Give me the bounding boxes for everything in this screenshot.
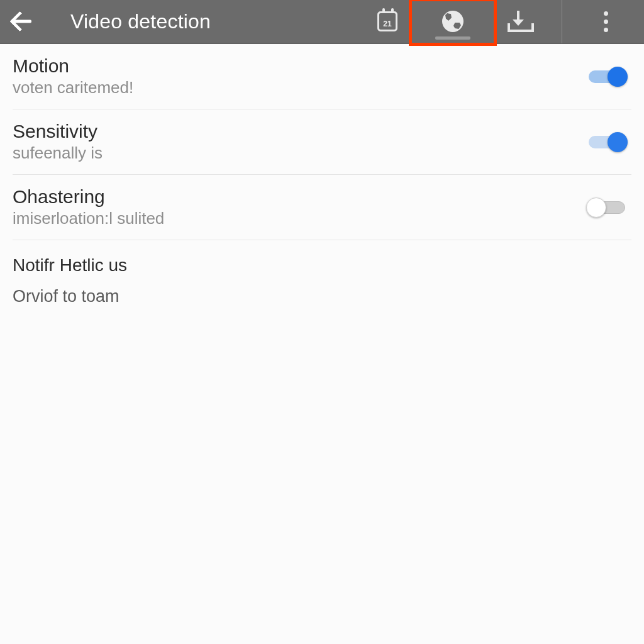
download-button[interactable] — [496, 0, 540, 43]
page-title: Video detection — [70, 10, 211, 33]
row-motion[interactable]: Motion voten caritemed! — [13, 44, 631, 109]
more-vert-icon — [604, 11, 608, 32]
switch-sensitivity[interactable] — [586, 131, 628, 153]
calendar-day: 21 — [379, 13, 396, 30]
globe-icon — [442, 11, 464, 32]
appbar-actions: 21 — [365, 0, 639, 43]
row-sensitivity[interactable]: Sensitivity sufeenally is — [13, 109, 631, 175]
calendar-button[interactable]: 21 — [365, 0, 409, 43]
back-arrow-icon — [11, 11, 33, 32]
row-motion-subtitle: voten caritemed! — [13, 78, 586, 97]
row-ohastering[interactable]: Ohastering imiserloation:l sulited — [13, 175, 631, 240]
switch-motion[interactable] — [586, 65, 628, 88]
switch-ohastering[interactable] — [586, 196, 628, 219]
settings-list: Motion voten caritemed! Sensitivity sufe… — [0, 44, 644, 320]
row-motion-title: Motion — [13, 55, 586, 77]
row-ohastering-title: Ohastering — [13, 186, 586, 208]
row-sensitivity-title: Sensitivity — [13, 121, 586, 142]
app-bar: Video detection 21 — [0, 0, 644, 44]
selected-underline — [435, 36, 470, 40]
section-line[interactable]: Orviof to toam — [13, 279, 631, 320]
download-icon — [508, 11, 529, 32]
more-button[interactable] — [584, 0, 628, 43]
appbar-separator — [562, 0, 562, 43]
calendar-icon: 21 — [377, 11, 397, 31]
globe-button[interactable] — [431, 0, 475, 43]
row-sensitivity-subtitle: sufeenally is — [13, 143, 586, 163]
row-ohastering-subtitle: imiserloation:l sulited — [13, 209, 586, 228]
section-header: Notifr Hetlic us — [13, 240, 631, 279]
back-button[interactable] — [0, 0, 44, 43]
